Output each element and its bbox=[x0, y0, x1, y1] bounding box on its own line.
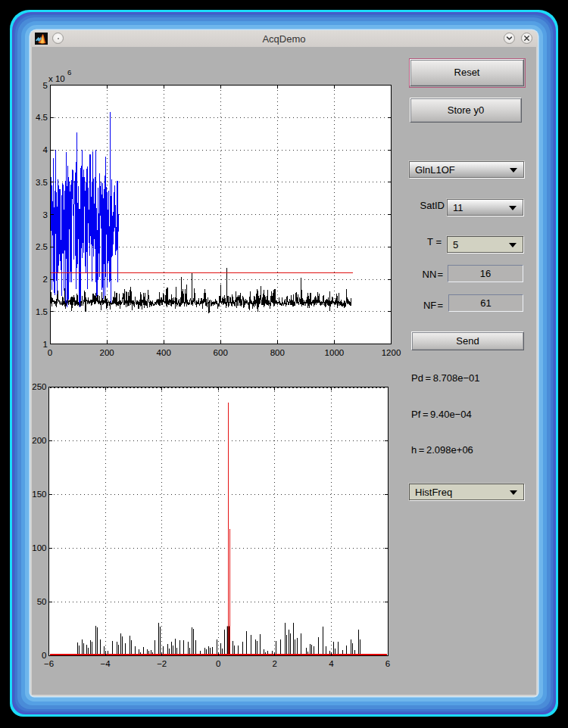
svg-text:0: 0 bbox=[216, 659, 220, 668]
svg-text:400: 400 bbox=[157, 348, 171, 357]
svg-text:x 10: x 10 bbox=[48, 74, 65, 83]
svg-text:100: 100 bbox=[32, 543, 46, 552]
svg-text:−6: −6 bbox=[44, 659, 54, 668]
svg-text:200: 200 bbox=[32, 436, 46, 445]
svg-text:2.5: 2.5 bbox=[36, 242, 48, 251]
svg-text:150: 150 bbox=[32, 490, 46, 499]
svg-text:50: 50 bbox=[37, 597, 47, 606]
svg-text:4.5: 4.5 bbox=[36, 113, 48, 122]
svg-text:2: 2 bbox=[273, 659, 277, 668]
svg-text:2: 2 bbox=[43, 275, 48, 284]
svg-text:3.5: 3.5 bbox=[36, 178, 48, 187]
svg-text:200: 200 bbox=[100, 348, 114, 357]
svg-text:1200: 1200 bbox=[382, 348, 401, 357]
svg-text:1000: 1000 bbox=[325, 348, 345, 357]
svg-text:5: 5 bbox=[43, 81, 48, 90]
svg-text:250: 250 bbox=[32, 382, 46, 391]
svg-text:4: 4 bbox=[43, 145, 48, 154]
svg-text:1.5: 1.5 bbox=[36, 307, 48, 316]
svg-text:−2: −2 bbox=[157, 659, 167, 668]
svg-text:0: 0 bbox=[48, 348, 52, 357]
svg-text:4: 4 bbox=[329, 659, 334, 668]
svg-text:6: 6 bbox=[67, 68, 71, 76]
svg-text:6: 6 bbox=[385, 659, 390, 668]
svg-text:600: 600 bbox=[214, 348, 228, 357]
svg-text:3: 3 bbox=[43, 210, 48, 219]
svg-text:800: 800 bbox=[270, 348, 285, 357]
svg-text:−4: −4 bbox=[101, 659, 111, 668]
